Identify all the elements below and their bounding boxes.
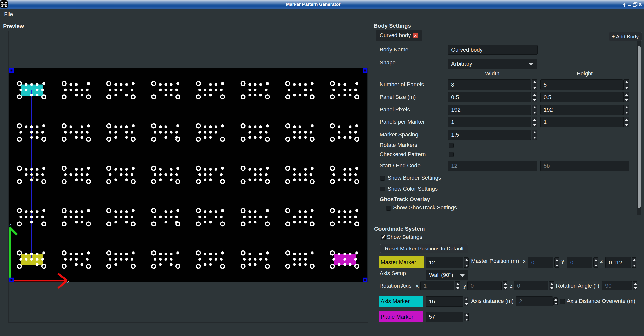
svg-text:2: 2 [32, 177, 34, 181]
svg-text:x: x [67, 279, 69, 283]
svg-text:z: z [9, 223, 11, 227]
